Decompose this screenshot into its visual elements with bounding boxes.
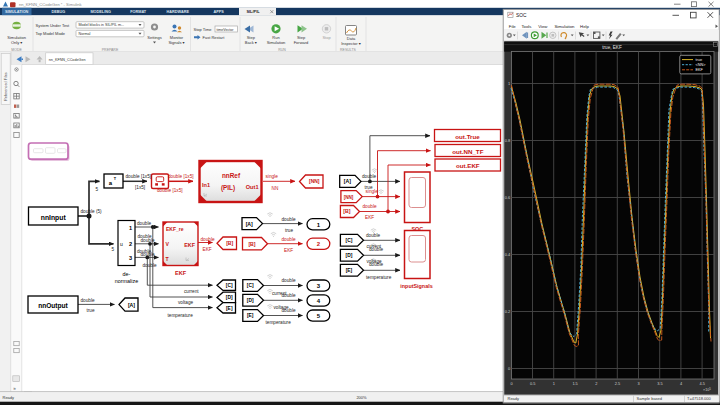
svg-text:double: double <box>282 293 296 298</box>
svg-text:[C]: [C] <box>247 283 254 288</box>
svg-text:1.5: 1.5 <box>572 381 577 386</box>
svg-text:Only ▾: Only ▾ <box>11 40 22 45</box>
svg-text:In1: In1 <box>202 182 210 188</box>
svg-text:HARDWARE: HARDWARE <box>167 10 190 14</box>
svg-text:true: true <box>87 308 95 313</box>
svg-text:DEBUG: DEBUG <box>52 10 66 14</box>
svg-text:Back ▾: Back ▾ <box>245 40 257 45</box>
svg-text:3: 3 <box>129 255 132 261</box>
svg-text:Top Model Mode: Top Model Mode <box>36 31 66 36</box>
svg-text:4.5: 4.5 <box>700 381 705 386</box>
svg-text:current: current <box>184 289 199 294</box>
svg-text:double: double <box>282 237 296 242</box>
svg-text:double: double <box>369 247 383 252</box>
svg-text:PREPARE: PREPARE <box>102 48 119 52</box>
svg-text:2: 2 <box>595 381 597 386</box>
svg-text:Forward: Forward <box>294 40 309 45</box>
svg-text:true, EKF: true, EKF <box>602 45 622 50</box>
svg-text:out.NN_TF: out.NN_TF <box>452 148 483 155</box>
svg-text:inputSignals: inputSignals <box>400 283 432 289</box>
svg-text:Stop: Stop <box>322 35 331 40</box>
svg-text:V: V <box>166 241 170 247</box>
svg-text:Inspector ▾: Inspector ▾ <box>341 41 361 46</box>
svg-text:[A]: [A] <box>246 221 253 227</box>
svg-text:double: double <box>362 174 376 179</box>
svg-text:Normal: Normal <box>79 32 91 36</box>
svg-text:EKF: EKF <box>203 247 212 252</box>
svg-text:double: double <box>282 278 296 283</box>
svg-text:true: true <box>696 58 703 62</box>
svg-text:timeVector: timeVector <box>217 28 235 32</box>
svg-text:0.2: 0.2 <box>505 309 510 314</box>
svg-text:Stop Time: Stop Time <box>194 27 213 32</box>
svg-text:temperature: temperature <box>266 320 292 325</box>
svg-text:[1x5]: [1x5] <box>135 185 145 190</box>
svg-text:1: 1 <box>553 381 555 386</box>
svg-text:[C]: [C] <box>226 283 233 288</box>
svg-text:5: 5 <box>96 187 99 192</box>
svg-text:out.EKF: out.EKF <box>456 162 480 169</box>
svg-text:Simulation: Simulation <box>267 40 286 45</box>
svg-text:SOC: SOC <box>516 13 527 18</box>
svg-text:Signals ▾: Signals ▾ <box>168 40 184 45</box>
svg-text:nnOutput: nnOutput <box>38 302 68 310</box>
svg-text:double: double <box>282 308 296 313</box>
svg-text:out.True: out.True <box>455 133 480 140</box>
svg-text:Ready: Ready <box>508 396 520 401</box>
svg-text:double: double <box>201 237 215 242</box>
svg-text:EKF: EKF <box>696 68 704 72</box>
svg-text:Settings: Settings <box>147 35 161 40</box>
svg-text:Fast Restart: Fast Restart <box>203 35 226 40</box>
svg-text:SIL/PIL: SIL/PIL <box>246 9 260 14</box>
svg-text:3.5: 3.5 <box>657 381 662 386</box>
svg-text:[B]: [B] <box>343 208 350 214</box>
svg-text:SIMULATION: SIMULATION <box>5 10 29 14</box>
svg-text:double [1x5]: double [1x5] <box>126 174 152 179</box>
svg-text:[NN]: [NN] <box>344 195 354 200</box>
svg-text:[D]: [D] <box>346 253 353 258</box>
svg-text:double [1x5]: double [1x5] <box>157 188 183 193</box>
svg-text:Ready: Ready <box>3 395 15 400</box>
svg-text:FORMAT: FORMAT <box>130 10 147 14</box>
svg-text:EKF: EKF <box>284 248 293 253</box>
svg-text:[C]: [C] <box>346 238 353 243</box>
svg-text:voltage: voltage <box>178 300 194 305</box>
svg-text:[D]: [D] <box>247 298 254 303</box>
svg-text:double: double <box>366 233 380 238</box>
svg-text:double: double <box>369 262 383 267</box>
svg-text:Model blocks in SIL/PIL m...: Model blocks in SIL/PIL m... <box>79 23 125 27</box>
svg-text:double: double <box>141 238 155 243</box>
svg-text:nn_KFNN_CCodeGen * - Simulink: nn_KFNN_CCodeGen * - Simulink <box>19 2 83 7</box>
svg-text:Referenced Files: Referenced Files <box>4 72 8 101</box>
svg-text:EKF: EKF <box>175 270 187 276</box>
svg-text:0.6: 0.6 <box>505 195 510 200</box>
svg-text:File: File <box>509 24 517 29</box>
svg-text:Sample based: Sample based <box>637 396 663 401</box>
svg-text:[E]: [E] <box>346 268 353 273</box>
svg-text:Tools: Tools <box>521 24 531 29</box>
svg-text:<NN>: <NN> <box>696 63 707 67</box>
svg-text:System Under Test: System Under Test <box>36 23 71 28</box>
svg-text:double: double <box>81 298 95 303</box>
svg-text:(PIL): (PIL) <box>221 184 235 192</box>
svg-text:MODELING: MODELING <box>90 10 111 14</box>
svg-text:double [1x5]: double [1x5] <box>168 174 194 179</box>
svg-text:0.5: 0.5 <box>530 381 535 386</box>
svg-text:[B]: [B] <box>248 241 255 247</box>
svg-text:RESULTS: RESULTS <box>340 48 357 52</box>
svg-text:single: single <box>366 189 379 194</box>
svg-text:0.4: 0.4 <box>505 252 511 257</box>
svg-text:MODE: MODE <box>11 48 22 52</box>
svg-text:EKF: EKF <box>365 215 374 220</box>
svg-text:temperature: temperature <box>366 275 392 280</box>
svg-text:EKF: EKF <box>184 242 195 248</box>
svg-text:Out1: Out1 <box>246 184 259 190</box>
svg-text:[B]: [B] <box>226 240 233 246</box>
svg-text:double: double <box>282 217 296 222</box>
svg-text:double: double <box>363 204 377 209</box>
svg-text:»: » <box>13 386 16 391</box>
svg-text:de-: de- <box>123 271 131 277</box>
svg-text:EKF_re: EKF_re <box>166 226 184 232</box>
svg-text:nnRef: nnRef <box>222 172 241 179</box>
svg-text:2.5: 2.5 <box>615 381 620 386</box>
